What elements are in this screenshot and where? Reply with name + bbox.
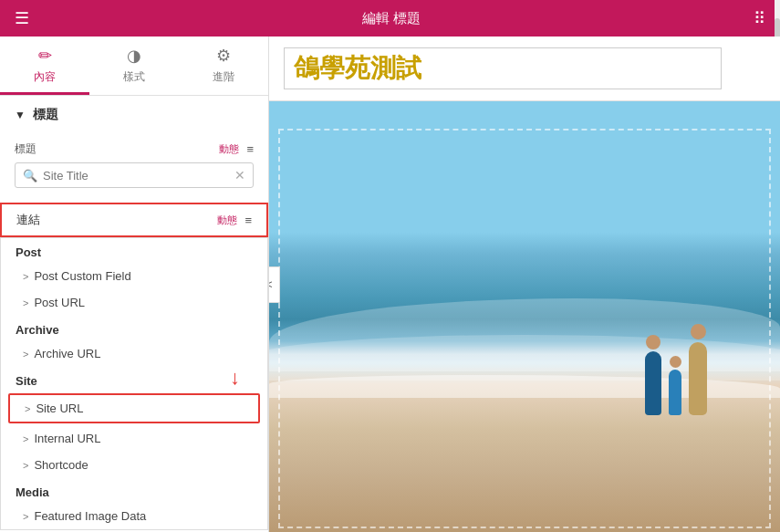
item-archive-url[interactable]: > Archive URL (1, 340, 267, 367)
person-silhouette (669, 370, 681, 415)
hamburger-icon[interactable]: ☰ (15, 8, 29, 28)
item-site-url[interactable]: > Site URL (8, 393, 260, 423)
head (691, 324, 706, 339)
main-content: < (269, 37, 780, 532)
style-icon: ◑ (127, 46, 141, 66)
link-menu-icon[interactable]: ≡ (244, 214, 252, 227)
section-post: Post (1, 238, 267, 263)
beach-image (269, 101, 780, 532)
top-bar: ☰ 編輯 標題 ⠿ (0, 0, 780, 37)
chevron-right-icon: > (23, 511, 28, 522)
grid-icon[interactable]: ⠿ (754, 8, 765, 28)
chevron-right-icon: > (23, 460, 28, 471)
link-dynamic-btn[interactable]: 動態 (217, 214, 237, 227)
title-input-wrapper: 🔍 ✕ (15, 162, 254, 188)
tab-style-label: 樣式 (123, 69, 145, 85)
chevron-right-icon: > (23, 349, 28, 360)
top-bar-title: 編輯 標題 (362, 10, 421, 27)
title-field-label: 標題 (15, 141, 36, 157)
title-input[interactable] (43, 169, 229, 183)
link-field-actions: 動態 ≡ (217, 214, 252, 227)
tab-style[interactable]: ◑ 樣式 (89, 37, 179, 95)
people-silhouettes (645, 342, 707, 415)
section-header-title[interactable]: ▼ 標題 (0, 96, 268, 134)
person-silhouette (689, 342, 707, 415)
tab-advanced-label: 進階 (213, 69, 234, 85)
red-arrow-annotation: ↓ (230, 366, 240, 390)
tabs: ✏ 內容 ◑ 樣式 ⚙ 進階 (0, 37, 268, 96)
item-post-url[interactable]: > Post URL (1, 289, 267, 316)
title-label-row: 標題 動態 ≡ (15, 141, 254, 157)
item-shortcode[interactable]: > Shortcode (1, 452, 267, 478)
title-field-group: 標題 動態 ≡ 🔍 ✕ (0, 134, 268, 199)
sidebar-content: ▼ 標題 標題 動態 ≡ 🔍 ✕ (0, 96, 268, 532)
tab-content-label: 內容 (34, 69, 56, 85)
section-site: Site (1, 367, 267, 391)
title-dynamic-btn[interactable]: 動態 (219, 142, 239, 156)
edit-icon: ✏ (38, 46, 52, 66)
item-internal-url[interactable]: > Internal URL (1, 425, 267, 452)
section-header-label: 標題 (33, 107, 58, 123)
head (646, 335, 660, 349)
title-field-actions: 動態 ≡ (219, 142, 254, 156)
title-menu-icon[interactable]: ≡ (246, 142, 254, 156)
section-media: Media (1, 478, 267, 503)
site-url-container: > Site URL ↓ (1, 393, 267, 423)
main-layout: ✏ 內容 ◑ 樣式 ⚙ 進階 ▼ 標題 標題 (0, 37, 780, 532)
person-silhouette (645, 351, 661, 415)
collapse-sidebar-btn[interactable]: < (269, 266, 280, 303)
page-title-input[interactable] (284, 47, 722, 89)
dropdown-list: Post > Post Custom Field > Post URL Arch… (0, 237, 268, 530)
item-featured-image-data[interactable]: > Featured Image Data (1, 503, 267, 529)
page-title-bar (269, 37, 780, 101)
chevron-right-icon: > (23, 271, 28, 282)
link-field-label: 連結 (16, 212, 40, 228)
sidebar: ✏ 內容 ◑ 樣式 ⚙ 進階 ▼ 標題 標題 (0, 37, 269, 532)
head (670, 356, 681, 368)
section-expand-icon: ▼ (15, 109, 26, 121)
tab-content[interactable]: ✏ 內容 (0, 37, 89, 95)
section-archive: Archive (1, 316, 267, 340)
chevron-right-icon: > (23, 297, 28, 308)
tab-advanced[interactable]: ⚙ 進階 (179, 37, 268, 95)
clear-icon[interactable]: ✕ (234, 168, 245, 183)
gear-icon: ⚙ (216, 46, 231, 66)
item-post-custom-field[interactable]: > Post Custom Field (1, 263, 267, 289)
link-field-row: 連結 動態 ≡ (0, 203, 268, 237)
chevron-right-icon: > (23, 433, 28, 444)
chevron-right-icon: > (25, 403, 30, 414)
search-icon: 🔍 (23, 169, 37, 183)
